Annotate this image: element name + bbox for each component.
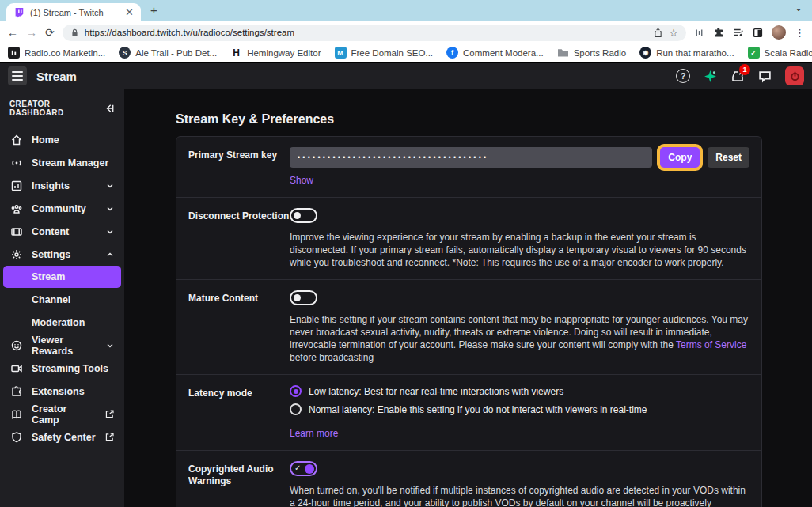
video-camera-icon [9,362,23,375]
sidebar-item-creator-camp[interactable]: Creator Camp [0,403,124,426]
bookmark-ale-trail[interactable]: S Ale Trail - Pub Det... [119,47,217,59]
sidebar-item-content[interactable]: Content [0,220,124,243]
disconnect-protection-toggle[interactable] [290,208,317,223]
row-label: Copyrighted Audio Warnings [188,461,290,507]
sidebar-item-streaming-tools[interactable]: Streaming Tools [0,357,124,380]
disconnect-protection-description: Improve the viewing experience for your … [290,231,749,269]
copyrighted-audio-row: Copyrighted Audio Warnings ✓ When turned… [176,450,761,507]
activity-feed-icon[interactable]: 1 [730,69,745,83]
extensions-puzzle-icon[interactable] [713,27,724,38]
browser-tab[interactable]: (1) Stream - Twitch ✕ [6,3,141,21]
collapse-sidebar-icon[interactable] [104,104,115,113]
radio-unselected-icon[interactable] [290,403,302,415]
playlist-extension-icon[interactable] [733,27,744,38]
row-label: Mature Content [188,290,290,364]
chevron-down-icon [105,181,115,191]
bookmarks-bar: Radio.co Marketin... S Ale Trail - Pub D… [0,44,812,62]
sidebar-item-home[interactable]: Home [0,128,124,151]
browser-menu-icon[interactable]: ⋮ [795,27,805,39]
sidebar-item-stream-manager[interactable]: Stream Manager [0,151,124,174]
facebook-bookmark-icon: f [446,47,458,59]
show-key-link[interactable]: Show [290,175,313,186]
low-latency-option[interactable]: Low latency: Best for near real-time int… [290,385,749,397]
hamburger-menu-icon[interactable] [8,66,27,85]
sidebar-item-stream[interactable]: Stream [3,266,121,288]
latency-learn-more-link[interactable]: Learn more [290,428,338,439]
copy-button[interactable]: Copy [660,147,700,168]
sidebar-item-viewer-rewards[interactable]: Viewer Rewards [0,334,124,357]
moz-bookmark-icon: M [335,47,347,59]
whispers-chat-icon[interactable] [758,70,772,83]
address-bar[interactable]: https://dashboard.twitch.tv/u/radioco/se… [63,25,686,41]
broadcast-icon [9,157,23,169]
bookmark-hemingway[interactable]: H Hemingway Editor [230,47,321,59]
latency-mode-row: Latency mode Low latency: Best for near … [176,374,761,450]
lock-icon [70,28,79,37]
twitch-favicon [13,7,25,18]
back-button[interactable]: ← [7,27,18,38]
mature-content-row: Mature Content Enable this setting if yo… [176,279,761,374]
radio-selected-icon[interactable] [290,385,302,397]
bookmark-sports-radio-folder[interactable]: Sports Radio [557,47,626,58]
page-title: Stream [36,70,77,83]
sidebar-item-channel[interactable]: Channel [0,288,124,311]
reset-button[interactable]: Reset [708,147,749,168]
marathon-bookmark-icon: ◉ [639,47,651,59]
row-label: Disconnect Protection [188,208,290,269]
help-icon[interactable]: ? [676,69,690,83]
sidebar-item-insights[interactable]: Insights [0,174,124,197]
disconnect-protection-row: Disconnect Protection Improve the viewin… [176,197,761,279]
browser-profile-avatar[interactable] [772,25,786,40]
sidebar-item-extensions[interactable]: Extensions [0,380,124,403]
forward-button[interactable]: → [26,27,37,38]
radioco-bookmark-icon [8,47,20,59]
sidebar-item-settings[interactable]: Settings [0,243,124,266]
creator-dashboard-sidebar: CREATOR DASHBOARD Home Stream Manager In… [0,89,124,507]
copyrighted-audio-description: When turned on, you'll be notified if mu… [290,484,749,507]
screen: (1) Stream - Twitch ✕ + ⌄ ← → ⟳ https://… [0,0,812,507]
twitch-header: Stream ? 1 [0,63,812,89]
mature-content-description: Enable this setting if your stream conta… [290,313,749,364]
stream-preferences-panel: Primary Stream key Copy Reset Show Disco… [176,136,762,507]
chevron-down-icon [105,341,115,350]
bookmark-free-domain[interactable]: M Free Domain SEO... [335,47,434,59]
extension-icons: ⋮ [694,25,805,40]
scala-bookmark-icon: ✓ [748,47,760,59]
copyrighted-audio-toggle[interactable]: ✓ [290,461,317,476]
sidebar-item-moderation[interactable]: Moderation [0,311,124,334]
bookmark-run-marathon[interactable]: ◉ Run that maratho... [639,47,734,59]
chevron-up-icon [105,250,115,259]
hype-sparkle-icon[interactable] [704,70,717,83]
equalizer-extension-icon[interactable] [694,28,704,38]
sidebar-heading: CREATOR DASHBOARD [9,100,104,117]
tab-search-chevron-icon[interactable]: ⌄ [795,2,803,13]
new-tab-button[interactable]: + [150,3,157,17]
gear-icon [9,248,23,261]
external-link-icon [104,409,115,419]
share-icon[interactable] [653,28,663,38]
chevron-down-icon [105,204,115,214]
chevron-down-icon [105,227,115,236]
reload-button[interactable]: ⟳ [45,27,55,38]
notification-badge: 1 [739,64,750,75]
normal-latency-option[interactable]: Normal latency: Enable this setting if y… [290,403,749,415]
user-avatar[interactable] [785,66,804,85]
bookmark-scala-radio[interactable]: ✓ Scala Radio launc... [748,47,812,59]
browser-tab-strip: (1) Stream - Twitch ✕ + ⌄ [0,0,812,21]
bookmark-radioco[interactable]: Radio.co Marketin... [8,47,105,59]
section-title: Stream Key & Preferences [176,112,334,127]
settings-main: Stream Key & Preferences Primary Stream … [124,89,812,507]
puzzle-icon [9,385,23,398]
ale-trail-bookmark-icon: S [119,47,131,59]
sidebar-item-safety-center[interactable]: Safety Center [0,426,124,448]
dark-mode-extension-icon[interactable] [753,28,763,38]
bookmark-comment-moderation[interactable]: f Comment Modera... [446,47,544,59]
tab-close-icon[interactable]: ✕ [125,7,134,17]
terms-of-service-link[interactable]: Terms of Service [676,339,746,350]
sidebar-item-community[interactable]: Community [0,197,124,220]
bookmark-star-icon[interactable]: ☆ [669,28,678,38]
book-icon [9,408,23,421]
mature-content-toggle[interactable] [290,290,317,305]
browser-toolbar: ← → ⟳ https://dashboard.twitch.tv/u/radi… [0,21,812,44]
stream-key-input[interactable] [290,147,652,168]
